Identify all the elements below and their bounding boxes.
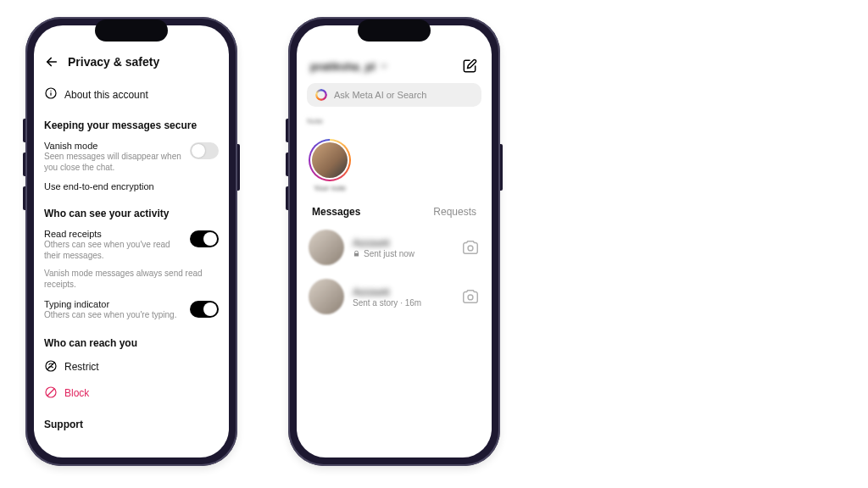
chat-name: Account [353,286,453,298]
chat-avatar [309,279,344,314]
read-receipts-toggle[interactable] [190,230,219,247]
restrict-row[interactable]: Restrict [44,354,219,380]
svg-point-2 [50,91,51,92]
block-icon [44,385,58,402]
notes-section-label: Note [307,117,481,125]
your-note[interactable]: Your note [309,139,351,192]
chat-name: Account [353,237,453,249]
restrict-label: Restrict [64,361,99,373]
block-row[interactable]: Block [44,380,219,407]
notes-row: Your note [307,129,481,197]
read-receipts-row[interactable]: Read receipts Others can see when you've… [44,225,219,265]
inbox-tabs: Messages Requests [307,197,481,223]
chat-meta: Sent a story · 16m [353,298,453,308]
account-username[interactable]: pratiksha_pl [310,60,388,73]
info-icon [44,86,58,103]
e2ee-label: Use end-to-end encryption [44,181,219,191]
screen-header: Privacy & safety [44,54,219,81]
page-title: Privacy & safety [68,55,159,69]
meta-ai-icon [315,89,327,101]
section-support-title: Support [44,419,219,430]
tab-messages[interactable]: Messages [312,206,360,218]
chevron-down-icon [380,60,388,73]
typing-indicator-row[interactable]: Typing indicator Others can see when you… [44,295,219,325]
svg-point-8 [468,295,473,300]
chat-row[interactable]: Account Sent a story · 16m [307,272,481,321]
section-activity-title: Who can see your activity [44,208,219,219]
svg-point-7 [468,246,473,251]
typing-indicator-label: Typing indicator [44,299,183,309]
block-label: Block [64,387,89,399]
read-receipts-label: Read receipts [44,229,183,239]
vanish-mode-row[interactable]: Vanish mode Seen messages will disappear… [44,136,219,177]
avatar-image [312,142,348,178]
tab-requests[interactable]: Requests [433,206,476,218]
story-caption: Your note [314,184,346,192]
restrict-icon [44,359,58,375]
chat-meta: Sent just now [353,249,453,258]
chat-row[interactable]: Account Sent just now [307,223,481,272]
search-bar[interactable]: Ask Meta AI or Search [307,83,481,107]
section-secure-title: Keeping your messages secure [44,119,219,131]
search-placeholder: Ask Meta AI or Search [334,90,426,100]
back-arrow-icon[interactable] [44,54,59,69]
about-account-label: About this account [64,89,148,101]
svg-line-6 [47,389,54,396]
read-receipts-sub: Others can see when you've read their me… [44,240,183,261]
section-reach-title: Who can reach you [44,337,219,349]
camera-icon[interactable] [461,287,480,306]
phone-notch [358,19,431,42]
lock-icon [353,250,360,258]
e2ee-row[interactable]: Use end-to-end encryption [44,177,219,196]
typing-indicator-sub: Others can see when you're typing. [44,310,183,321]
vanish-mode-toggle[interactable] [190,142,219,159]
phone-notch [95,19,168,42]
vanish-mode-sub: Seen messages will disappear when you cl… [44,152,183,173]
typing-indicator-toggle[interactable] [190,301,219,318]
about-account-row[interactable]: About this account [44,81,219,108]
camera-icon[interactable] [461,238,480,257]
story-avatar-ring [309,139,351,181]
chat-avatar [309,230,344,265]
inbox-header: pratiksha_pl [307,54,481,83]
compose-icon[interactable] [461,58,478,75]
read-receipts-footnote: Vanish mode messages always send read re… [44,269,219,290]
vanish-mode-label: Vanish mode [44,141,183,151]
privacy-safety-screen: Privacy & safety About this account Keep… [34,25,229,458]
phone-mockup-left: Privacy & safety About this account Keep… [25,17,237,466]
phone-mockup-right: pratiksha_pl Ask Meta AI or Search Note [288,17,500,466]
dm-inbox-screen: pratiksha_pl Ask Meta AI or Search Note [297,25,492,458]
